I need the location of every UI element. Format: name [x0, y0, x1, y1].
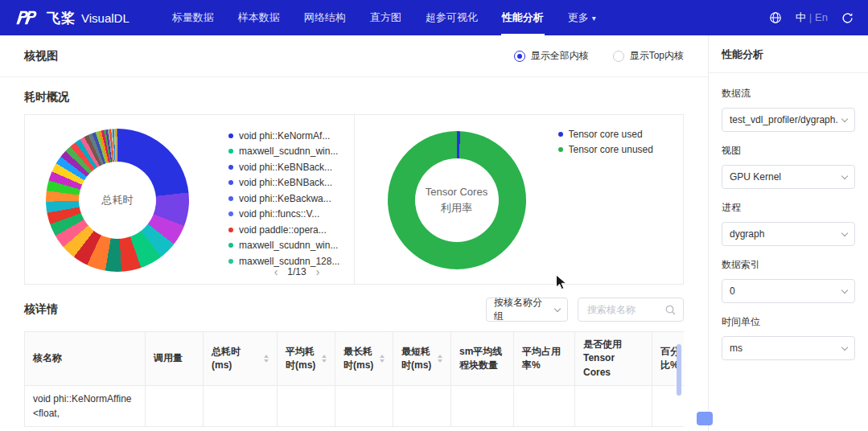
search-icon — [665, 305, 676, 315]
language-toggle[interactable]: 中|En — [796, 10, 828, 25]
kernel-detail-title: 核详情 — [24, 302, 58, 317]
sort-icon[interactable] — [438, 355, 442, 363]
view-select[interactable]: GPU Kernel — [722, 165, 855, 189]
kernel-detail-bar: 核详情 按核名称分组 — [24, 298, 684, 322]
donut-center-label: 总耗时 — [79, 162, 156, 239]
donut-center-label: Tensor Cores 利用率 — [415, 158, 499, 242]
nav-item-profiler[interactable]: 性能分析 — [490, 0, 556, 35]
chevron-down-icon — [841, 286, 848, 293]
col-occupancy: 平均占用率% — [514, 332, 575, 386]
visualdl-app: 飞桨 VisualDL 标量数据 样本数据 网络结构 直方图 超参可视化 性能分… — [0, 0, 868, 431]
language-globe-icon[interactable] — [769, 11, 782, 24]
nav-item-label: 超参可视化 — [426, 10, 478, 25]
legend-item[interactable]: void phi::KeNormAf... — [228, 128, 365, 144]
legend-item[interactable]: maxwell_scudnn_win... — [228, 144, 365, 160]
table-row[interactable]: void phi::KeNormAffine<float, — [25, 386, 685, 427]
group-by-value: 按核名称分组 — [494, 296, 550, 323]
table-cell — [278, 386, 335, 427]
tensor-legend: Tensor core usedTensor core unused — [558, 126, 695, 158]
radio-label: 显示Top内核 — [630, 49, 684, 63]
prev-page-icon[interactable]: ‹ — [274, 266, 278, 277]
legend-dot-icon — [228, 149, 233, 154]
nav-item-label: 直方图 — [370, 10, 401, 25]
legend-item[interactable]: maxwell_scudnn_win... — [228, 238, 365, 254]
sidebar-title: 性能分析 — [709, 35, 868, 73]
radio-show-all-kernels[interactable]: 显示全部内核 — [514, 49, 589, 63]
chevron-down-icon: ▾ — [592, 14, 596, 23]
nav-item-hyperparam[interactable]: 超参可视化 — [413, 0, 490, 35]
legend-dot-icon — [228, 243, 233, 248]
time-overview-section: 耗时概况 总耗时 void phi::KeNormAf...maxwell_sc… — [0, 90, 708, 285]
legend-label: void paddle::opera... — [239, 224, 327, 236]
table-scrollbar-thumb[interactable] — [677, 344, 681, 396]
lang-zh[interactable]: 中 — [796, 11, 806, 23]
legend-item[interactable]: void phi::funcs::V... — [228, 207, 365, 223]
sort-icon[interactable] — [380, 355, 385, 363]
nav-item-label: 标量数据 — [172, 10, 214, 25]
lang-divider: | — [809, 11, 812, 23]
col-kernel-name: 核名称 — [25, 332, 146, 386]
legend-label: maxwell_scudnn_128... — [239, 256, 339, 267]
legend-dot-icon — [228, 165, 233, 170]
page-scrollbar-thumb[interactable] — [697, 412, 713, 425]
time-unit-select[interactable]: ms — [722, 336, 855, 360]
nav-item-scalar[interactable]: 标量数据 — [160, 0, 226, 35]
legend-label: maxwell_scudnn_win... — [239, 240, 338, 251]
legend-dot-icon — [228, 180, 233, 185]
sort-icon[interactable] — [322, 355, 327, 363]
detail-controls: 按核名称分组 — [486, 298, 684, 322]
time-overview-title: 耗时概况 — [24, 90, 684, 105]
legend-item[interactable]: void paddle::opera... — [228, 222, 365, 238]
radio-unselected-icon[interactable] — [613, 51, 624, 62]
navbar-actions: 中|En — [769, 10, 854, 25]
table-cell — [514, 386, 575, 427]
legend-item[interactable]: void phi::KeBNBack... — [228, 159, 365, 175]
nav-item-histogram[interactable]: 直方图 — [358, 0, 413, 35]
process-select[interactable]: dygraph — [722, 222, 855, 246]
legend-item[interactable]: Tensor core unused — [558, 142, 695, 158]
nav-item-label: 样本数据 — [238, 10, 280, 25]
nav-item-graph[interactable]: 网络结构 — [292, 0, 358, 35]
nav-item-label: 更多 — [568, 10, 589, 25]
tensor-cores-label-line1: Tensor Cores — [426, 184, 487, 200]
chevron-down-icon — [841, 229, 848, 236]
sort-icon[interactable] — [264, 355, 269, 363]
group-by-select[interactable]: 按核名称分组 — [486, 298, 568, 322]
kernel-table-wrap: 核名称 调用量 总耗时(ms) 平均耗时(ms) 最长耗时(ms) 最短耗时(m… — [24, 331, 684, 431]
total-time-donut-chart[interactable]: 总耗时 — [46, 129, 189, 272]
legend-dot-icon — [558, 132, 563, 137]
dataflow-value: test_vdl_profiler/dygraph... — [730, 114, 837, 125]
process-value: dygraph — [730, 228, 837, 240]
col-min-time[interactable]: 最短耗时(ms) — [393, 332, 451, 386]
table-cell — [335, 386, 393, 427]
legend-pagination: ‹ 1/13 › — [228, 266, 365, 277]
col-max-time[interactable]: 最长耗时(ms) — [335, 332, 393, 386]
nav-item-more[interactable]: 更多 ▾ — [556, 0, 608, 35]
legend-item[interactable]: Tensor core used — [558, 126, 695, 142]
col-call-count: 调用量 — [146, 332, 204, 386]
lang-en[interactable]: En — [815, 11, 828, 23]
data-index-select[interactable]: 0 — [722, 279, 855, 303]
settings-sidebar: 性能分析 数据流 test_vdl_profiler/dygraph... 视图… — [708, 35, 868, 431]
nav-item-sample[interactable]: 样本数据 — [226, 0, 292, 35]
refresh-icon[interactable] — [841, 12, 854, 24]
kernel-search-box[interactable] — [578, 298, 684, 322]
table-cell — [146, 386, 204, 427]
legend-item[interactable]: void phi::KeBackwa... — [228, 191, 365, 207]
radio-selected-icon[interactable] — [514, 51, 525, 62]
chevron-down-icon — [841, 115, 848, 121]
kernel-search-input[interactable] — [586, 303, 660, 316]
next-page-icon[interactable]: › — [316, 266, 320, 277]
time-unit-label: 时间单位 — [722, 315, 855, 329]
tensor-cores-donut-chart[interactable]: Tensor Cores 利用率 — [388, 131, 526, 269]
table-cell — [204, 386, 278, 427]
col-avg-time[interactable]: 平均耗时(ms) — [278, 332, 335, 386]
radio-label: 显示全部内核 — [531, 49, 589, 63]
col-total-time[interactable]: 总耗时(ms) — [204, 332, 278, 386]
dataflow-select[interactable]: test_vdl_profiler/dygraph... — [722, 108, 855, 132]
tensor-cores-label-line2: 利用率 — [441, 200, 472, 216]
radio-show-top-kernels[interactable]: 显示Top内核 — [613, 49, 684, 63]
content-row: 核视图 显示全部内核 显示Top内核 耗时概况 — [0, 35, 868, 431]
legend-item[interactable]: void phi::KeBNBack... — [228, 175, 365, 191]
brand[interactable]: 飞桨 VisualDL — [14, 9, 130, 27]
